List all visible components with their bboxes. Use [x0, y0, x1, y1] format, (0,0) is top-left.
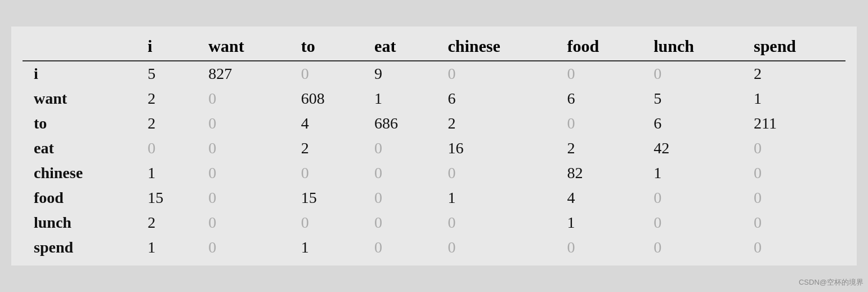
table-cell: 4 — [556, 185, 643, 210]
table-cell: 0 — [742, 161, 845, 185]
table-cell: 9 — [363, 61, 436, 86]
table-cell: 6 — [642, 111, 742, 136]
table-cell: 5 — [642, 86, 742, 111]
table-cell: 15 — [136, 185, 197, 210]
table-cell: 0 — [197, 111, 289, 136]
table-cell: 1 — [363, 86, 436, 111]
table-cell: 0 — [642, 61, 742, 86]
table-cell: 608 — [290, 86, 363, 111]
table-cell: 6 — [436, 86, 556, 111]
table-cell: 2 — [290, 136, 363, 161]
table-cell: 2 — [436, 111, 556, 136]
table-cell: 15 — [290, 185, 363, 210]
table-cell: 0 — [556, 235, 643, 260]
table-cell: 0 — [642, 210, 742, 235]
table-cell: 0 — [436, 235, 556, 260]
table-row: food1501501400 — [23, 185, 845, 210]
table-cell: 0 — [197, 161, 289, 185]
table-cell: 0 — [290, 161, 363, 185]
table-cell: 4 — [290, 111, 363, 136]
header-food: food — [556, 32, 643, 61]
header-to: to — [290, 32, 363, 61]
header-empty — [23, 32, 136, 61]
table-cell: 0 — [742, 235, 845, 260]
table-cell: 0 — [197, 185, 289, 210]
table-row: want2060816651 — [23, 86, 845, 111]
table-cell: 2 — [742, 61, 845, 86]
table-cell: 0 — [290, 210, 363, 235]
table-cell: 0 — [556, 111, 643, 136]
table-cell: 0 — [363, 185, 436, 210]
table-cell: 0 — [363, 210, 436, 235]
table-cell: 0 — [642, 235, 742, 260]
table-cell: 2 — [556, 136, 643, 161]
table-cell: 211 — [742, 111, 845, 136]
table-row: spend10100000 — [23, 235, 845, 260]
table-row: chinese100008210 — [23, 161, 845, 185]
table-cell: 1 — [436, 185, 556, 210]
table-cell: 0 — [197, 210, 289, 235]
table-cell: 1 — [556, 210, 643, 235]
table-cell: 0 — [197, 86, 289, 111]
table-cell: 0 — [436, 161, 556, 185]
table-row: to204686206211 — [23, 111, 845, 136]
header-i: i — [136, 32, 197, 61]
table-cell: 42 — [642, 136, 742, 161]
header-eat: eat — [363, 32, 436, 61]
table-row: lunch20000100 — [23, 210, 845, 235]
row-header: spend — [23, 235, 136, 260]
header-spend: spend — [742, 32, 845, 61]
table-cell: 1 — [136, 161, 197, 185]
header-chinese: chinese — [436, 32, 556, 61]
table-container: i want to eat chinese food lunch spend i… — [11, 26, 857, 266]
row-header: i — [23, 61, 136, 86]
table-cell: 0 — [363, 161, 436, 185]
table-cell: 0 — [363, 136, 436, 161]
table-cell: 0 — [197, 136, 289, 161]
table-cell: 1 — [642, 161, 742, 185]
table-cell: 5 — [136, 61, 197, 86]
table-cell: 0 — [436, 61, 556, 86]
table-cell: 2 — [136, 111, 197, 136]
watermark: CSDN@空杯的境界 — [799, 277, 863, 287]
header-lunch: lunch — [642, 32, 742, 61]
table-cell: 0 — [363, 235, 436, 260]
table-cell: 0 — [197, 235, 289, 260]
table-cell: 686 — [363, 111, 436, 136]
header-want: want — [197, 32, 289, 61]
table-cell: 6 — [556, 86, 643, 111]
table-header-row: i want to eat chinese food lunch spend — [23, 32, 845, 61]
table-cell: 16 — [436, 136, 556, 161]
row-header: lunch — [23, 210, 136, 235]
table-cell: 2 — [136, 210, 197, 235]
bigram-table: i want to eat chinese food lunch spend i… — [23, 32, 845, 260]
table-cell: 827 — [197, 61, 289, 86]
table-cell: 82 — [556, 161, 643, 185]
table-cell: 1 — [290, 235, 363, 260]
table-row: eat0020162420 — [23, 136, 845, 161]
table-cell: 0 — [436, 210, 556, 235]
table-cell: 1 — [742, 86, 845, 111]
table-cell: 1 — [136, 235, 197, 260]
row-header: to — [23, 111, 136, 136]
row-header: chinese — [23, 161, 136, 185]
row-header: food — [23, 185, 136, 210]
table-cell: 0 — [742, 136, 845, 161]
table-cell: 0 — [742, 185, 845, 210]
table-cell: 0 — [556, 61, 643, 86]
table-row: i5827090002 — [23, 61, 845, 86]
row-header: want — [23, 86, 136, 111]
table-cell: 0 — [290, 61, 363, 86]
table-cell: 0 — [642, 185, 742, 210]
table-cell: 2 — [136, 86, 197, 111]
table-cell: 0 — [136, 136, 197, 161]
row-header: eat — [23, 136, 136, 161]
table-cell: 0 — [742, 210, 845, 235]
